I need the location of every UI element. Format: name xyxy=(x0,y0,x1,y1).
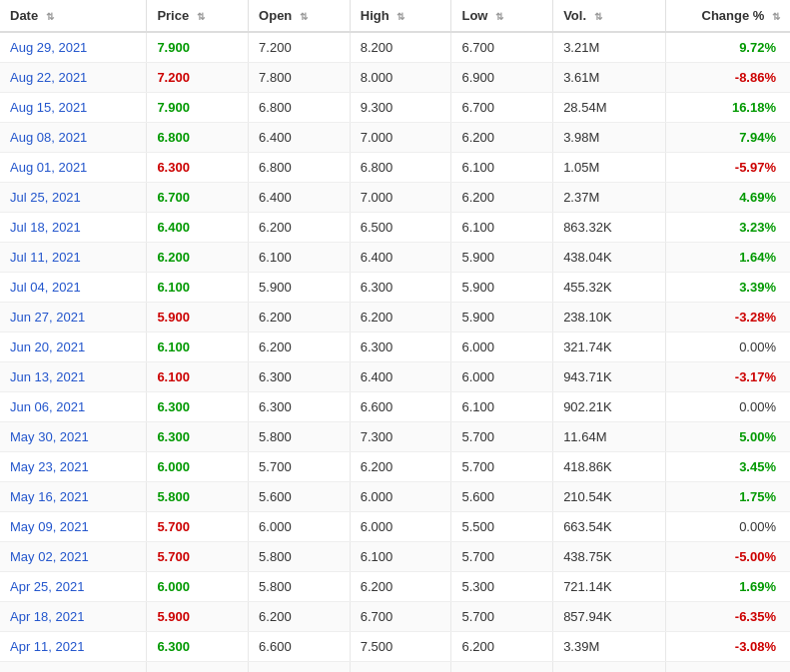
cell-vol: 455.32K xyxy=(553,273,666,303)
cell-high: 7.500 xyxy=(350,632,451,662)
cell-high: 6.300 xyxy=(350,333,451,362)
table-row: Apr 18, 2021 5.900 6.200 6.700 5.700 857… xyxy=(0,602,790,632)
cell-vol: 418.86K xyxy=(553,452,666,482)
cell-date: Aug 15, 2021 xyxy=(0,93,147,123)
cell-high: 6.100 xyxy=(350,542,451,572)
table-row: Jun 27, 2021 5.900 6.200 6.200 5.900 238… xyxy=(0,303,790,333)
header-price[interactable]: Price ⇅ xyxy=(147,0,249,32)
cell-date: Jul 25, 2021 xyxy=(0,183,147,213)
table-row: Jun 13, 2021 6.100 6.300 6.400 6.000 943… xyxy=(0,362,790,392)
cell-vol: 3.39M xyxy=(553,632,666,662)
cell-low: 5.600 xyxy=(451,482,553,512)
cell-open: 5.700 xyxy=(249,452,351,482)
cell-open: 7.200 xyxy=(249,32,351,63)
cell-change: -3.28% xyxy=(666,303,790,333)
sort-arrows-vol: ⇅ xyxy=(594,11,602,22)
cell-low: 6.000 xyxy=(451,362,553,392)
cell-change: 1.75% xyxy=(666,482,790,512)
table-row: Apr 25, 2021 6.000 5.800 6.200 5.300 721… xyxy=(0,572,790,602)
cell-high: 6.000 xyxy=(350,482,451,512)
header-high[interactable]: High ⇅ xyxy=(350,0,451,32)
header-change[interactable]: Change % ⇅ xyxy=(666,0,790,32)
cell-change: 1.69% xyxy=(666,572,790,602)
cell-open: 5.800 xyxy=(249,542,351,572)
cell-low: 5.900 xyxy=(451,273,553,303)
header-low[interactable]: Low ⇅ xyxy=(451,0,553,32)
cell-open: 5.800 xyxy=(249,572,351,602)
cell-low: 6.200 xyxy=(451,123,553,153)
cell-vol: 1.05M xyxy=(553,153,666,183)
cell-high: 6.700 xyxy=(350,602,451,632)
header-vol[interactable]: Vol. ⇅ xyxy=(553,0,666,32)
cell-vol: 438.04K xyxy=(553,243,666,273)
cell-price: 6.300 xyxy=(147,422,249,452)
stock-data-table: Date ⇅ Price ⇅ Open ⇅ High ⇅ Low ⇅ Vol. … xyxy=(0,0,790,672)
cell-change: 0.00% xyxy=(666,512,790,542)
cell-price: 6.200 xyxy=(147,243,249,273)
cell-date: Apr 25, 2021 xyxy=(0,572,147,602)
cell-date: May 02, 2021 xyxy=(0,542,147,572)
cell-high: 6.000 xyxy=(350,512,451,542)
cell-high: 8.200 xyxy=(350,32,451,63)
cell-date: Aug 01, 2021 xyxy=(0,153,147,183)
cell-open: 6.300 xyxy=(249,392,351,422)
cell-date: Jun 13, 2021 xyxy=(0,362,147,392)
cell-date: Aug 08, 2021 xyxy=(0,123,147,153)
cell-low: 6.100 xyxy=(451,213,553,243)
cell-price: 6.100 xyxy=(147,362,249,392)
cell-high: 8.000 xyxy=(350,63,451,93)
cell-price: 6.100 xyxy=(147,273,249,303)
cell-low: 6.700 xyxy=(451,32,553,63)
cell-high: 6.200 xyxy=(350,303,451,333)
cell-open: 6.300 xyxy=(249,362,351,392)
header-date[interactable]: Date ⇅ xyxy=(0,0,147,32)
cell-high: 7.000 xyxy=(350,183,451,213)
table-row: Aug 15, 2021 7.900 6.800 9.300 6.700 28.… xyxy=(0,93,790,123)
cell-date: Apr 11, 2021 xyxy=(0,632,147,662)
cell-vol: 3.98M xyxy=(553,123,666,153)
cell-date: Jun 06, 2021 xyxy=(0,392,147,422)
table-header-row: Date ⇅ Price ⇅ Open ⇅ High ⇅ Low ⇅ Vol. … xyxy=(0,0,790,32)
table-row: Apr 04, 2021 6.500 5.400 6.600 5.100 3.2… xyxy=(0,662,790,673)
cell-price: 6.700 xyxy=(147,183,249,213)
cell-high: 7.300 xyxy=(350,422,451,452)
cell-price: 7.900 xyxy=(147,32,249,63)
cell-vol: 863.32K xyxy=(553,213,666,243)
header-open[interactable]: Open ⇅ xyxy=(249,0,351,32)
cell-change: -3.17% xyxy=(666,362,790,392)
table-row: Apr 11, 2021 6.300 6.600 7.500 6.200 3.3… xyxy=(0,632,790,662)
cell-high: 6.600 xyxy=(350,662,451,673)
table-row: Aug 29, 2021 7.900 7.200 8.200 6.700 3.2… xyxy=(0,32,790,63)
cell-vol: 3.23M xyxy=(553,662,666,673)
cell-change: -3.08% xyxy=(666,632,790,662)
cell-vol: 210.54K xyxy=(553,482,666,512)
cell-price: 5.800 xyxy=(147,482,249,512)
cell-open: 5.800 xyxy=(249,422,351,452)
cell-change: -5.97% xyxy=(666,153,790,183)
cell-high: 6.500 xyxy=(350,213,451,243)
table-row: Jul 11, 2021 6.200 6.100 6.400 5.900 438… xyxy=(0,243,790,273)
cell-vol: 902.21K xyxy=(553,392,666,422)
cell-change: -5.00% xyxy=(666,542,790,572)
table-row: Jul 25, 2021 6.700 6.400 7.000 6.200 2.3… xyxy=(0,183,790,213)
cell-date: May 23, 2021 xyxy=(0,452,147,482)
cell-vol: 857.94K xyxy=(553,602,666,632)
cell-vol: 321.74K xyxy=(553,333,666,362)
sort-arrows-date: ⇅ xyxy=(46,11,54,22)
cell-price: 5.900 xyxy=(147,303,249,333)
cell-open: 6.400 xyxy=(249,123,351,153)
table-row: Jul 04, 2021 6.100 5.900 6.300 5.900 455… xyxy=(0,273,790,303)
cell-high: 7.000 xyxy=(350,123,451,153)
cell-date: May 16, 2021 xyxy=(0,482,147,512)
cell-price: 7.200 xyxy=(147,63,249,93)
cell-high: 6.300 xyxy=(350,273,451,303)
cell-date: Jul 11, 2021 xyxy=(0,243,147,273)
sort-arrows-open: ⇅ xyxy=(300,11,308,22)
cell-low: 6.200 xyxy=(451,183,553,213)
cell-open: 6.200 xyxy=(249,333,351,362)
cell-vol: 3.21M xyxy=(553,32,666,63)
cell-date: Jul 18, 2021 xyxy=(0,213,147,243)
cell-low: 5.700 xyxy=(451,422,553,452)
cell-price: 6.000 xyxy=(147,572,249,602)
cell-price: 5.700 xyxy=(147,512,249,542)
